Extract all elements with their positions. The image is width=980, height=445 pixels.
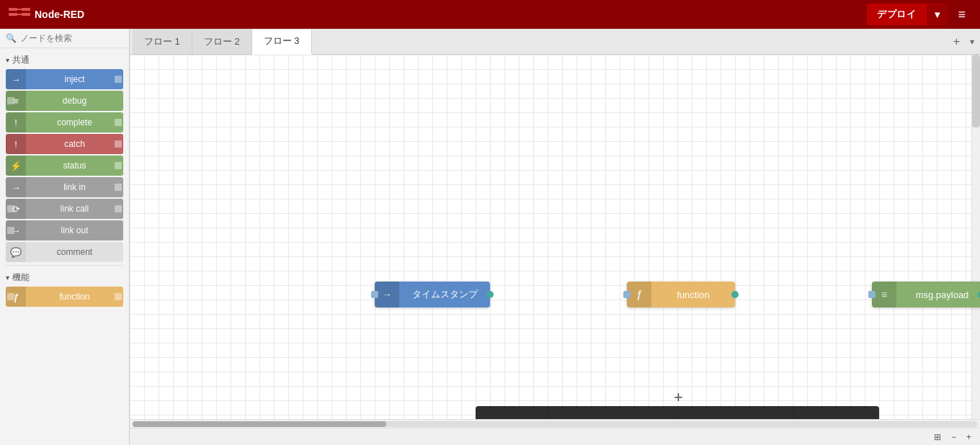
logo-icon [9,6,30,22]
inject-canvas-icon: → [375,282,399,307]
msgpayload-canvas-label: msg.payload [896,289,980,300]
node-linkin-icon: → [6,177,26,197]
header: Node-RED デプロイ ▼ ≡ [0,0,980,29]
search-input[interactable] [20,33,123,43]
node-comment-label: comment [26,247,123,257]
function-canvas-label: function [651,289,735,300]
add-tab-button[interactable]: + [949,35,964,48]
content-area: フロー 1 フロー 2 フロー 3 + ▾ → タイムスタンプ [130,29,980,445]
msgpayload-canvas-icon: ≡ [872,282,896,307]
debug-left-port [7,97,14,104]
nodes-list: ▾ 共通 → inject ≡ debug ! complete [0,48,129,445]
tab-flow3-label: フロー 3 [264,35,300,48]
section-divider [6,265,123,266]
tab-flow3[interactable]: フロー 3 [252,30,312,55]
node-inject-label: inject [26,74,123,84]
sidebar: 🔍 ▾ 共通 → inject ≡ debug ! [0,29,130,445]
node-inject-sidebar[interactable]: → inject [6,69,123,89]
node-linkcall-label: link call [26,204,123,214]
node-linkcall-sidebar[interactable]: ⟳ link call [6,199,123,219]
hamburger-menu-button[interactable]: ≡ [952,4,971,25]
node-catch-icon: ! [6,134,26,154]
node-linkin-sidebar[interactable]: → link in [6,177,123,197]
canvas[interactable]: → タイムスタンプ ƒ function ≡ msg.payload ≡ + [130,55,980,419]
deploy-main-button[interactable]: デプロイ [867,4,926,25]
node-comment-sidebar[interactable]: 💬 comment [6,242,123,262]
logo: Node-RED [9,6,84,22]
function-right-port-canvas [731,291,739,298]
node-complete-sidebar[interactable]: ! complete [6,112,123,132]
complete-right-port [115,119,122,126]
tab-flow1[interactable]: フロー 1 [133,29,192,54]
node-catch-sidebar[interactable]: ! catch [6,134,123,154]
zoom-out-button[interactable]: − [948,431,959,444]
vscroll-thumb[interactable] [972,55,980,127]
node-complete-icon: ! [6,112,26,132]
horizontal-scrollbar[interactable] [130,419,980,428]
vertical-scrollbar[interactable] [971,55,980,419]
canvas-node-function[interactable]: ƒ function [627,282,735,307]
bottom-toolbar: ⊞ − + [130,428,980,445]
inject-left-port [371,291,378,298]
deploy-button[interactable]: デプロイ ▼ [867,4,948,25]
section-common-header[interactable]: ▾ 共通 [0,51,129,68]
node-linkout-sidebar[interactable]: → link out [6,220,123,241]
main-layout: 🔍 ▾ 共通 → inject ≡ debug ! [0,29,980,445]
node-function-sidebar[interactable]: ƒ function [6,287,123,307]
plus-cursor: + [674,388,683,407]
section-common-label: 共通 [12,54,30,66]
node-linkin-label: link in [26,182,123,192]
tab-flow2-label: フロー 2 [204,35,240,48]
zoom-in-button[interactable]: + [963,431,974,444]
node-catch-label: catch [26,139,123,149]
search-icon: 🔍 [6,33,17,43]
function-right-port-sidebar [115,293,122,300]
tooltip-overlay: ポート（灰色の四角）にマウスを重ね [476,406,879,419]
node-inject-icon: → [6,69,26,89]
tab-dropdown-button[interactable]: ▾ [967,37,977,47]
hscroll-track[interactable] [133,421,977,427]
linkout-left-port [7,227,14,234]
svg-rect-3 [22,13,30,16]
status-right-port [115,162,122,169]
section-function-chevron: ▾ [6,274,9,282]
node-complete-label: complete [26,117,123,127]
function-left-port-sidebar [7,293,14,300]
tabs-right: + ▾ [949,35,977,48]
node-comment-icon: 💬 [6,242,26,262]
deploy-dropdown-button[interactable]: ▼ [926,5,948,24]
svg-rect-2 [22,8,30,11]
hscroll-thumb[interactable] [133,421,386,427]
node-debug-label: debug [26,96,123,106]
header-right: デプロイ ▼ ≡ [867,4,971,25]
node-status-label: status [26,161,123,171]
svg-rect-0 [9,8,17,11]
catch-right-port [115,140,122,148]
canvas-node-msgpayload[interactable]: ≡ msg.payload ≡ [872,282,980,307]
layout-icon-button[interactable]: ⊞ [931,431,944,444]
linkin-right-port [115,184,122,191]
node-function-label: function [26,292,123,302]
section-common-chevron: ▾ [6,56,9,64]
tab-flow1-label: フロー 1 [144,35,180,48]
app-title: Node-RED [35,9,84,20]
tab-flow2[interactable]: フロー 2 [192,29,252,54]
function-left-port-canvas [623,291,631,298]
search-box: 🔍 [0,29,129,48]
linkcall-right-port [115,205,122,212]
svg-rect-1 [9,13,17,16]
function-canvas-icon: ƒ [627,282,651,307]
inject-canvas-label: タイムスタンプ [399,288,490,301]
msgpayload-left-port [868,291,876,298]
inject-right-port [115,76,122,83]
canvas-node-inject[interactable]: → タイムスタンプ [375,282,490,307]
node-linkout-label: link out [26,225,123,235]
section-function-header[interactable]: ▾ 機能 [0,269,129,285]
inject-right-port-canvas [486,291,494,298]
header-left: Node-RED [9,6,84,22]
node-status-sidebar[interactable]: ⚡ status [6,156,123,176]
node-status-icon: ⚡ [6,156,26,176]
node-debug-sidebar[interactable]: ≡ debug [6,91,123,111]
section-function-label: 機能 [12,271,30,284]
tabs-bar: フロー 1 フロー 2 フロー 3 + ▾ [130,29,980,55]
